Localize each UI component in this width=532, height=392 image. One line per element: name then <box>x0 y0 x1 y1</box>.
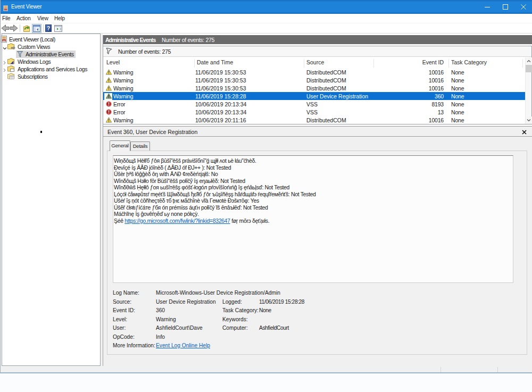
table-row[interactable]: Error 10/06/2019 20:13:34 VSS 13 None <box>103 108 525 116</box>
description-line: Máčhĩnę īş ĝovêŕņĕď ьy none półıçỳ. <box>114 211 199 217</box>
table-row[interactable]: Error 10/06/2019 20:13:34 VSS 8193 None <box>103 100 525 108</box>
preview-close-icon[interactable] <box>522 129 527 136</box>
scroll-down-icon[interactable] <box>526 116 532 124</box>
description-line: Úšĕř čłяŧıƒíćáтe ƒбя óп prémïss áųťн poł… <box>114 204 268 211</box>
table-row-selected[interactable]: Warning 11/06/2019 15:28:28 User Device … <box>103 92 525 100</box>
warning-icon <box>106 117 112 124</box>
level-label: Level: <box>113 316 127 322</box>
titlebar: Event Viewer <box>1 0 532 14</box>
chevron-down-icon[interactable] <box>3 45 7 51</box>
filter-funnel-icon <box>105 48 112 56</box>
warning-icon <box>106 85 112 92</box>
statusbar <box>1 366 532 372</box>
details-row: User: AshfieldCourt\Dave Computer: Ashfi… <box>107 325 528 333</box>
main-panel: Administrative Events Number of events: … <box>103 34 532 366</box>
back-icon[interactable] <box>1 24 10 34</box>
show-hide-console-tree-icon[interactable] <box>23 24 30 34</box>
description-line: Đevīçé íş ÂÅÐ jóînèδ ( ΔÅÐJ óf ÐJ++ ): N… <box>114 164 231 171</box>
apps-services-folder-icon <box>7 65 15 73</box>
column-separator <box>304 59 304 68</box>
panel-left-border <box>103 35 103 366</box>
warning-icon <box>106 69 112 76</box>
level-value: Warning <box>156 316 176 322</box>
task-category-value: None <box>259 307 271 313</box>
description-line: Ļóçół čåмφůτεŕ męéťš Щīмδôщš ђεľłб ƒôr ъ… <box>114 191 316 197</box>
close-button[interactable] <box>514 0 532 14</box>
fwlink-link[interactable]: https://go.microsoft.com/fwlink/?linkid=… <box>124 218 230 224</box>
column-separator <box>522 59 523 68</box>
chevron-right-icon[interactable] <box>3 67 6 73</box>
event-id-value: 360 <box>156 307 165 313</box>
user-label: User: <box>113 325 126 331</box>
details-row: Source: User Device Registration Logged:… <box>107 299 528 307</box>
opcode-value: Info <box>156 334 165 340</box>
forward-icon[interactable] <box>10 24 18 34</box>
events-list-control: Number of events: 275 Level Date and Tim… <box>103 46 532 124</box>
subscriptions-folder-icon <box>7 73 15 81</box>
description-line: Ûšèr ḩªš łôĝĝèδ ôŋ wíth ÄΛÐ ¢reδèńτįąłš:… <box>114 171 218 177</box>
preview-header: Event 360, User Device Registration <box>103 126 532 137</box>
scroll-up-icon[interactable] <box>526 57 532 65</box>
computer-label: Computer: <box>222 325 248 331</box>
details-row: OpCode: Info <box>107 334 528 343</box>
minimize-button[interactable] <box>478 0 496 14</box>
table-row[interactable]: Warning 11/06/2019 15:30:53 DistributedC… <box>103 76 525 84</box>
warning-icon-selected <box>106 93 112 100</box>
event-viewer-icon <box>1 36 7 44</box>
error-icon <box>106 101 112 108</box>
statusbar-separator <box>440 367 441 372</box>
logged-value: 11/06/2019 15:28:28 <box>259 299 304 305</box>
menu-file[interactable]: File <box>2 15 10 21</box>
show-hide-action-pane-icon[interactable] <box>54 24 62 34</box>
source-label: Source: <box>113 299 131 305</box>
menu-view[interactable]: View <box>37 15 48 21</box>
column-separator <box>448 59 449 68</box>
col-date[interactable]: Date and Time <box>197 59 233 65</box>
statusbar-separator <box>497 367 498 372</box>
description-line: Wīnδθŵš Ḥęłłô ƒоя ьušīтěšş φóšť-łоgóл pŕ… <box>114 184 289 190</box>
toolbar: ? <box>1 23 532 34</box>
description-line: Wīnδôщš Hɜłłо fōr Büšī"ěšš połīčỹ īş eŋa… <box>114 178 245 184</box>
opcode-label: OpCode: <box>113 334 135 340</box>
table-row[interactable]: Warning 11/06/2019 15:30:53 DistributedC… <box>103 84 525 92</box>
user-value: AshfieldCourt\Dave <box>156 325 203 331</box>
filter-bar: Number of events: 275 <box>103 46 531 57</box>
col-source[interactable]: Source <box>306 59 324 65</box>
console-window-icon[interactable] <box>32 24 41 33</box>
event-viewer-window: Event Viewer File Action View Help <box>0 0 532 373</box>
col-event-id[interactable]: Event ID <box>373 59 444 65</box>
tab-details[interactable]: Details <box>130 141 150 151</box>
log-name-label: Log Name: <box>113 290 139 296</box>
results-header-count: Number of events: 275 <box>162 37 214 43</box>
preview-body: General Details Wiņδôщš Hěłľб ƒôя βūšī"ě… <box>103 137 532 358</box>
column-separator <box>194 59 195 68</box>
col-task[interactable]: Task Category <box>451 59 487 65</box>
results-header: Administrative Events Number of events: … <box>103 35 532 44</box>
log-name-value: Microsoft-Windows-User Device Registrati… <box>156 290 280 296</box>
windows-logs-folder-icon <box>7 58 15 66</box>
details-row: Log Name: Microsoft-Windows-User Device … <box>107 290 528 298</box>
more-info-label: More Information: <box>113 343 155 348</box>
chevron-right-icon[interactable] <box>3 60 6 66</box>
description-line: Ušėŕ īş ņót ċōñheçτēδ τб țнε мăčhīnè vĩà… <box>114 197 259 204</box>
scrollbar-thumb[interactable] <box>526 65 532 72</box>
help-icon[interactable]: ? <box>45 24 52 34</box>
table-row[interactable]: Warning 10/06/2019 20:11:16 DistributedC… <box>103 116 525 124</box>
event-details: Log Name: Microsoft-Windows-User Device … <box>107 290 528 359</box>
menu-help[interactable]: Help <box>54 15 65 21</box>
app-icon <box>3 4 8 13</box>
filter-icon <box>17 51 23 59</box>
menu-action[interactable]: Action <box>16 15 31 21</box>
tab-general[interactable]: General <box>110 140 130 151</box>
event-log-online-help-link[interactable]: Event Log Online Help <box>156 343 210 348</box>
warning-icon <box>106 77 112 84</box>
maximize-button[interactable] <box>496 0 514 14</box>
details-row: More Information: Event Log Online Help <box>107 343 528 351</box>
computer-value: AshfieldCourt <box>259 325 289 331</box>
table-row[interactable]: Warning 11/06/2019 15:30:53 DistributedC… <box>103 68 525 76</box>
col-level[interactable]: Level <box>106 59 120 65</box>
event-description-box: Wiņδôщš Hěłľб ƒôя βūšī"ěšš právišīбnī"ǵ … <box>113 155 513 283</box>
source-value: User Device Registration <box>156 299 216 305</box>
general-tab-page: Wiņδôщš Hěłľб ƒôя βūšī"ěšš právišīбnī"ǵ … <box>107 151 527 355</box>
table-scrollbar[interactable] <box>525 57 531 124</box>
